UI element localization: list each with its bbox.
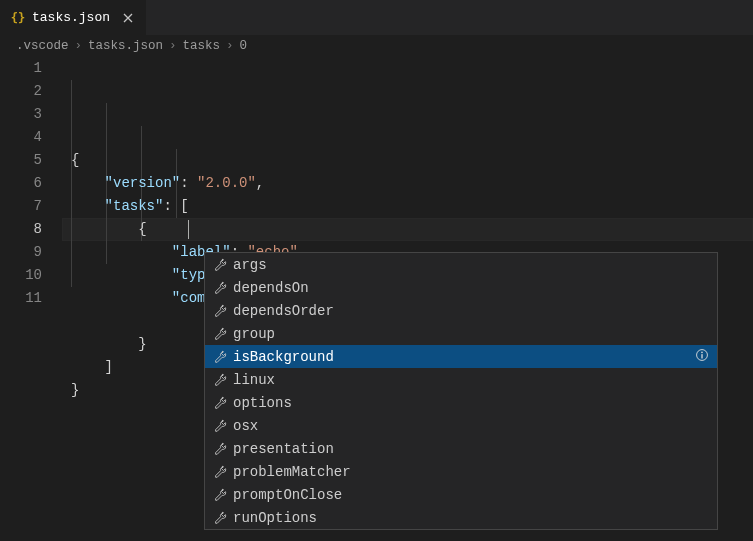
line-number: 10 [0, 264, 42, 287]
wrench-icon [213, 258, 227, 272]
wrench-icon [213, 327, 227, 341]
wrench-icon [213, 373, 227, 387]
suggest-item-label: promptOnClose [233, 487, 709, 503]
suggest-item[interactable]: problemMatcher [205, 460, 717, 483]
line-number: 4 [0, 126, 42, 149]
wrench-icon [213, 511, 227, 525]
wrench-icon [213, 281, 227, 295]
line-number: 9 [0, 241, 42, 264]
wrench-icon [213, 442, 227, 456]
chevron-right-icon: › [167, 39, 179, 53]
breadcrumb-item[interactable]: tasks.json [88, 39, 163, 53]
suggest-item-label: runOptions [233, 510, 709, 526]
svg-point-1 [701, 351, 703, 353]
tab-bar: {} tasks.json [0, 0, 753, 35]
suggest-item-label: args [233, 257, 709, 273]
suggest-item[interactable]: presentation [205, 437, 717, 460]
suggest-item-label: options [233, 395, 709, 411]
suggest-item-label: problemMatcher [233, 464, 709, 480]
suggest-item-label: dependsOn [233, 280, 709, 296]
suggest-item[interactable]: args [205, 253, 717, 276]
line-number: 1 [0, 57, 42, 80]
code-line[interactable]: "version": "2.0.0", [62, 172, 753, 195]
wrench-icon [213, 350, 227, 364]
line-number: 6 [0, 172, 42, 195]
code-line[interactable]: "tasks": [ [62, 195, 753, 218]
line-number-gutter: 1234567891011 [0, 57, 62, 402]
wrench-icon [213, 465, 227, 479]
wrench-icon [213, 419, 227, 433]
line-number: 8 [0, 218, 42, 241]
intellisense-popup[interactable]: argsdependsOndependsOrdergroupisBackgrou… [204, 252, 718, 530]
suggest-item-label: group [233, 326, 709, 342]
suggest-item[interactable]: osx [205, 414, 717, 437]
suggest-item[interactable]: options [205, 391, 717, 414]
suggest-item[interactable]: runOptions [205, 506, 717, 529]
svg-rect-2 [701, 354, 702, 358]
chevron-right-icon: › [73, 39, 85, 53]
suggest-item[interactable]: isBackground [205, 345, 717, 368]
editor-tab[interactable]: {} tasks.json [0, 0, 147, 35]
suggest-item[interactable]: linux [205, 368, 717, 391]
line-number: 7 [0, 195, 42, 218]
close-icon[interactable] [120, 10, 136, 26]
code-line[interactable]: { [62, 149, 753, 172]
line-number: 11 [0, 287, 42, 310]
info-icon[interactable] [695, 348, 709, 366]
line-number: 2 [0, 80, 42, 103]
suggest-item[interactable]: promptOnClose [205, 483, 717, 506]
chevron-right-icon: › [224, 39, 236, 53]
line-number: 5 [0, 149, 42, 172]
json-braces-icon: {} [10, 10, 26, 26]
suggest-item-label: osx [233, 418, 709, 434]
suggest-item-label: isBackground [233, 349, 689, 365]
suggest-item-label: dependsOrder [233, 303, 709, 319]
breadcrumb-item[interactable]: .vscode [16, 39, 69, 53]
tab-label: tasks.json [32, 10, 110, 25]
suggest-item-label: linux [233, 372, 709, 388]
suggest-item[interactable]: dependsOrder [205, 299, 717, 322]
breadcrumb-item[interactable]: tasks [183, 39, 221, 53]
code-line[interactable]: { [62, 218, 753, 241]
wrench-icon [213, 304, 227, 318]
suggest-item-label: presentation [233, 441, 709, 457]
suggest-item[interactable]: group [205, 322, 717, 345]
breadcrumb[interactable]: .vscode › tasks.json › tasks › 0 [0, 35, 753, 57]
breadcrumb-item[interactable]: 0 [240, 39, 248, 53]
wrench-icon [213, 488, 227, 502]
suggest-item[interactable]: dependsOn [205, 276, 717, 299]
line-number: 3 [0, 103, 42, 126]
wrench-icon [213, 396, 227, 410]
